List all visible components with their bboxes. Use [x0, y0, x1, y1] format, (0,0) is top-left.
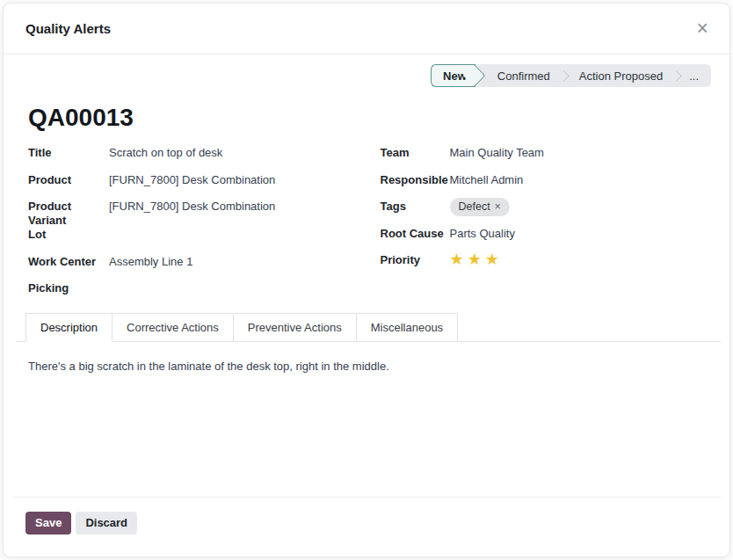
tab-corrective-actions[interactable]: Corrective Actions — [112, 313, 234, 342]
priority-stars-icon[interactable]: ★★★ — [450, 252, 503, 266]
tag-defect[interactable]: Defect × — [450, 198, 510, 216]
field-label-product-variant: Product Variant — [28, 200, 109, 228]
field-row-responsible: Responsible Mitchell Admin — [381, 173, 712, 200]
field-row-tags: Tags Defect × — [381, 200, 712, 227]
field-value-title[interactable]: Scratch on top of desk — [109, 146, 359, 160]
field-label-tags: Tags — [381, 200, 450, 214]
field-grid: Title Scratch on top of desk Product [FU… — [28, 146, 711, 309]
description-text[interactable]: There's a big scratch in the laminate of… — [28, 360, 389, 373]
stage-more[interactable]: ... — [680, 64, 711, 87]
field-label-work-center: Work Center — [28, 255, 109, 269]
field-value-responsible[interactable]: Mitchell Admin — [450, 173, 712, 187]
notebook-tabbar: Description Corrective Actions Preventiv… — [16, 313, 721, 342]
field-row-team: Team Main Quality Team — [381, 146, 712, 173]
field-value-team[interactable]: Main Quality Team — [450, 146, 712, 160]
tab-preventive-actions[interactable]: Preventive Actions — [234, 313, 357, 342]
field-row-root-cause: Root Cause Parts Quality — [381, 227, 712, 254]
tag-remove-icon[interactable]: × — [495, 200, 501, 214]
field-value-work-center[interactable]: Assembly Line 1 — [109, 255, 359, 269]
close-icon[interactable]: × — [695, 18, 710, 39]
field-value-product-variant[interactable]: [FURN_7800] Desk Combination — [109, 200, 359, 214]
field-row-lot: Lot — [28, 228, 359, 255]
statusbar: New Confirmed Action Proposed ... — [431, 64, 711, 87]
quality-alert-dialog: Quality Alerts × New Confirmed Action Pr… — [3, 3, 730, 557]
dialog-footer: Save Discard — [13, 497, 721, 556]
stage-action-proposed[interactable]: Action Proposed — [568, 64, 674, 87]
field-label-priority: Priority — [381, 253, 450, 267]
field-value-root-cause[interactable]: Parts Quality — [450, 227, 712, 241]
dialog-title: Quality Alerts — [25, 21, 111, 36]
field-label-lot: Lot — [28, 228, 109, 242]
tab-description[interactable]: Description — [25, 313, 112, 342]
field-label-title: Title — [28, 146, 109, 160]
field-value-priority: ★★★ — [450, 253, 712, 268]
statusbar-row: New Confirmed Action Proposed ... — [25, 64, 711, 87]
field-row-picking: Picking — [28, 281, 359, 309]
field-row-work-center: Work Center Assembly Line 1 — [28, 255, 359, 282]
field-label-product: Product — [28, 173, 109, 187]
field-row-product-variant: Product Variant [FURN_7800] Desk Combina… — [28, 200, 359, 228]
field-column-right: Team Main Quality Team Responsible Mitch… — [381, 146, 712, 309]
discard-button[interactable]: Discard — [76, 512, 137, 535]
field-row-priority: Priority ★★★ — [381, 253, 712, 280]
record-name: QA00013 — [28, 105, 711, 131]
field-value-tags: Defect × — [450, 200, 712, 216]
field-value-product[interactable]: [FURN_7800] Desk Combination — [109, 173, 359, 187]
dialog-header: Quality Alerts × — [4, 4, 729, 55]
field-row-product: Product [FURN_7800] Desk Combination — [28, 173, 359, 200]
field-column-left: Title Scratch on top of desk Product [FU… — [28, 146, 359, 309]
field-row-title: Title Scratch on top of desk — [28, 146, 359, 173]
stage-confirmed[interactable]: Confirmed — [486, 64, 562, 87]
tab-miscellaneous[interactable]: Miscellaneous — [357, 313, 458, 342]
field-label-team: Team — [381, 146, 450, 160]
dialog-body: New Confirmed Action Proposed ... QA0001… — [4, 55, 729, 497]
description-tab-content: There's a big scratch in the laminate of… — [25, 342, 711, 374]
field-label-responsible: Responsible — [381, 173, 450, 187]
stage-new[interactable]: New — [431, 64, 475, 87]
field-label-root-cause: Root Cause — [381, 227, 450, 241]
tag-label: Defect — [459, 200, 490, 214]
save-button[interactable]: Save — [25, 512, 71, 535]
field-label-picking: Picking — [28, 281, 109, 295]
